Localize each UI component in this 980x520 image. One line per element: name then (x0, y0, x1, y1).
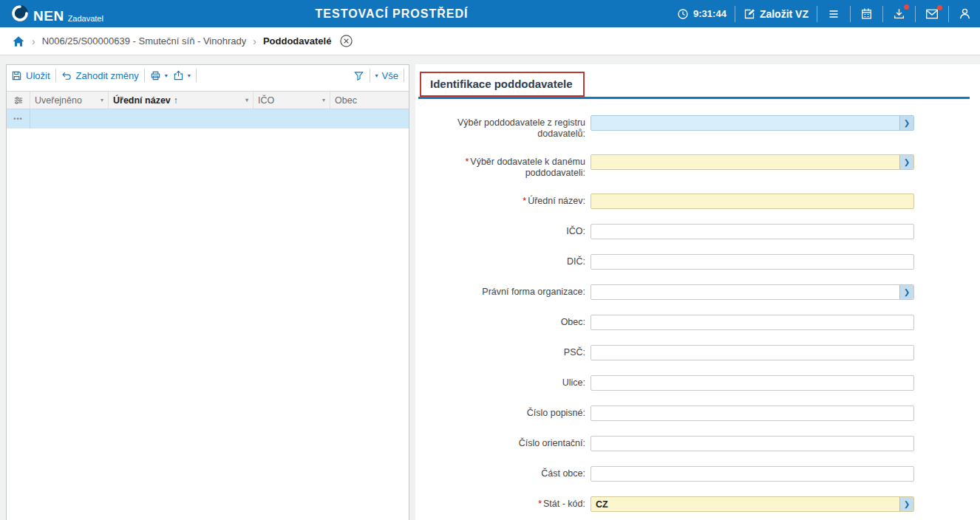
filter-chevron-icon[interactable]: ▾ (241, 97, 248, 103)
field-label: Ulice: (418, 375, 585, 389)
municipality-input[interactable] (591, 315, 914, 330)
toolbar-separator (370, 69, 370, 82)
city-part-input[interactable] (591, 466, 914, 482)
menu-button[interactable] (826, 7, 842, 21)
field-label-text: Výběr poddodavatele z registru dodavatel… (457, 117, 585, 139)
form-row: Část obce: (418, 466, 970, 482)
export-icon (173, 70, 184, 81)
chevron-right-icon[interactable]: ❯ (899, 497, 913, 511)
column-header-ico[interactable]: IČO ▾ (253, 92, 330, 109)
subcontractor-detail-panel: Identifikace poddodavatele Výběr poddoda… (415, 64, 980, 520)
field-label-text: Číslo orientační: (519, 438, 585, 448)
column-header-official-name[interactable]: Úřední název ↑ ▾ (109, 92, 253, 109)
breadcrumb-item-procurement[interactable]: N006/25/S00000639 - Smuteční síň - Vinoh… (42, 35, 247, 47)
form-row: *Výběr dodavatele k danému poddodavateli… (418, 154, 970, 179)
printer-icon (150, 70, 161, 81)
field-label-text: Ulice: (562, 377, 585, 388)
column-label: Obec (335, 95, 357, 106)
toolbar-separator (196, 69, 197, 82)
house-number-input[interactable] (591, 406, 914, 421)
discard-label: Zahodit změny (76, 70, 139, 81)
sort-ascending-icon: ↑ (174, 95, 178, 106)
subcontractors-list-panel: Uložit Zahodit změny ▾ ▾ (6, 64, 409, 520)
dic-input[interactable] (591, 254, 914, 270)
environment-title: TESTOVACÍ PROSTŘEDÍ (316, 7, 469, 21)
form-row: Výběr poddodavatele z registru dodavatel… (418, 115, 970, 140)
form-row: Číslo popisné: (418, 406, 970, 421)
street-input[interactable] (591, 375, 914, 391)
breadcrumb-separator-icon: › (253, 36, 256, 47)
field-label-text: IČO: (566, 226, 585, 236)
field-label-text: Výběr dodavatele k danému poddodavateli: (470, 157, 585, 178)
table-row-selected[interactable]: ••• (7, 109, 409, 129)
breadcrumb: › N006/25/S00000639 - Smuteční síň - Vin… (0, 27, 980, 55)
session-clock: 9:31:44 (677, 8, 727, 20)
header-separator (735, 6, 735, 22)
field-label: *Úřední název: (418, 194, 585, 207)
column-label: Uveřejněno (35, 95, 82, 106)
close-tab-button[interactable] (339, 34, 353, 48)
nen-logo-icon (10, 4, 30, 24)
field-input-wrap (591, 194, 914, 209)
chevron-down-icon[interactable]: ▾ (165, 72, 168, 79)
field-input-wrap (591, 345, 914, 360)
clock-time: 9:31:44 (693, 8, 727, 19)
official-name-input[interactable] (591, 194, 914, 209)
messages-button[interactable] (924, 7, 940, 21)
print-button[interactable]: ▾ (150, 70, 168, 81)
identification-form: Výběr poddodavatele z registru dodavatel… (418, 115, 970, 512)
chevron-down-icon[interactable]: ▾ (188, 72, 191, 79)
field-label: Část obce: (418, 466, 585, 479)
chevron-right-icon[interactable]: ❯ (899, 155, 913, 169)
person-icon (959, 7, 971, 20)
panel-title: Identifikace poddodavatele (420, 72, 585, 97)
header-separator (882, 6, 883, 22)
home-button[interactable] (12, 35, 25, 48)
filter-chevron-icon[interactable]: ▾ (96, 97, 103, 103)
column-header-published[interactable]: Uveřejněno ▾ (30, 92, 109, 109)
filter-all-label: Vše (382, 70, 398, 81)
field-label: Číslo popisné: (418, 406, 585, 419)
create-vz-button[interactable]: Založit VZ (743, 8, 809, 20)
header-separator (817, 6, 817, 22)
registry-picker-input[interactable] (591, 115, 914, 131)
field-label-text: Právní forma organizace: (482, 287, 585, 297)
brand-subtitle: Zadavatel (68, 14, 103, 23)
hamburger-icon (827, 8, 840, 20)
supplier-picker-input[interactable] (591, 154, 914, 170)
filter-chevron-icon[interactable]: ▾ (318, 97, 325, 103)
field-label-text: Část obce: (541, 468, 585, 479)
field-label-text: PSČ: (564, 347, 585, 358)
field-input-wrap: ❯ (591, 154, 914, 170)
header-separator (948, 6, 949, 22)
downloads-button[interactable] (891, 6, 907, 21)
postal-code-input[interactable] (591, 345, 914, 360)
discard-changes-button[interactable]: Zahodit změny (61, 70, 139, 81)
export-button[interactable]: ▾ (173, 70, 191, 81)
column-label: IČO (258, 95, 274, 106)
chevron-right-icon[interactable]: ❯ (899, 116, 913, 130)
row-menu-button[interactable]: ••• (7, 109, 30, 129)
calendar-button[interactable] (859, 6, 874, 21)
form-row: *Úřední název: (418, 194, 970, 209)
filter-button[interactable] (353, 70, 364, 81)
filter-all-dropdown[interactable]: ▾ Vše (375, 70, 398, 81)
field-label: Právní forma organizace: (418, 284, 585, 298)
ico-input[interactable] (591, 224, 914, 239)
user-profile-button[interactable] (957, 6, 973, 21)
notification-dot (904, 4, 909, 10)
legal-form-picker-input[interactable] (591, 284, 914, 300)
column-header-municipality[interactable]: Obec (330, 92, 409, 109)
save-button[interactable]: Uložit (11, 70, 50, 81)
orientation-number-input[interactable] (591, 436, 914, 451)
column-label: Úřední název (113, 95, 171, 106)
column-settings-button[interactable] (7, 92, 30, 109)
breadcrumb-item-current[interactable]: Poddodavatelé (263, 35, 331, 47)
chevron-right-icon[interactable]: ❯ (899, 285, 913, 299)
field-label: IČO: (418, 224, 585, 237)
edit-icon (743, 8, 755, 20)
create-vz-label: Založit VZ (760, 8, 809, 20)
nen-logo[interactable]: NEN Zadavatel (10, 4, 103, 24)
header-actions: 9:31:44 Založit VZ (677, 6, 973, 22)
country-code-picker-input[interactable]: CZ (591, 496, 914, 512)
